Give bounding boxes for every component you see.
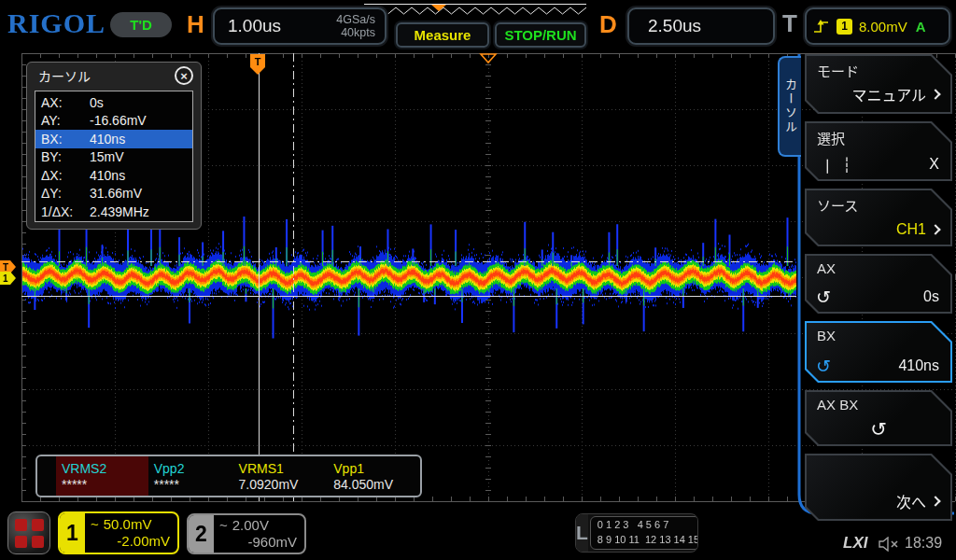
menu-tab-cursor[interactable]: カーソル xyxy=(778,56,801,157)
trigger-box[interactable]: 1 8.00mV A xyxy=(805,7,950,45)
la-badge: L xyxy=(576,514,588,552)
ch1-scale: 50.0mV xyxy=(104,516,152,533)
ch2-offset: -960mV xyxy=(219,534,297,551)
swap-icon: ↺ xyxy=(805,418,952,441)
stop-run-button[interactable]: STOP/RUN xyxy=(495,22,586,48)
sample-rate: 4GSa/s xyxy=(336,13,375,26)
delay-value: 2.50us xyxy=(629,16,701,36)
menu-item-mode[interactable]: モード マニュアル xyxy=(805,54,952,114)
la-channels-row1: 0 1 2 3 4 5 6 7 xyxy=(598,518,698,533)
close-icon[interactable]: × xyxy=(175,66,193,85)
cursor-row-dx[interactable]: ΔX:410ns xyxy=(35,166,192,185)
chevron-right-icon xyxy=(930,496,940,506)
lxi-indicator: LXI xyxy=(843,534,867,553)
trigger-level-value: 8.00mV xyxy=(859,19,907,35)
cursor-row-dy[interactable]: ΔY:31.66mV xyxy=(35,185,192,203)
delay-label: D xyxy=(599,10,617,39)
menu-item-ax-bx[interactable]: AX BX ↺ xyxy=(805,390,952,446)
menu-item-ax[interactable]: AX ↺ 0s xyxy=(805,254,952,314)
chevron-right-icon xyxy=(930,89,940,99)
measure-button[interactable]: Measure xyxy=(396,22,489,48)
chevron-right-icon xyxy=(930,224,940,234)
measurement-panel: VRMS2 ***** Vpp2 ***** VRMS1 7.0920mV Vp… xyxy=(35,455,422,497)
coupling-icon: ~ xyxy=(219,517,228,534)
clock: 18:39 xyxy=(905,535,942,552)
mute-speaker-icon[interactable] xyxy=(879,537,901,552)
knob-icon: ↺ xyxy=(816,287,831,308)
memory-depth: 40kpts xyxy=(336,26,375,39)
menu-item-bx[interactable]: BX ↺ 410ns xyxy=(805,321,952,383)
coupling-icon: ~ xyxy=(91,516,99,533)
delay-box[interactable]: 2.50us xyxy=(627,7,775,45)
measurement-vpp1[interactable]: Vpp1 84.050mV xyxy=(328,456,420,496)
measurement-vrms2[interactable]: VRMS2 ***** xyxy=(56,456,148,496)
oscilloscope-screen: RIGOL T'D H 1.00us 4GSa/s 40kpts Measure… xyxy=(0,0,956,560)
cursor-ab-icon: ❘┆ xyxy=(822,157,861,174)
la-channels-row2: 8 9 10 11 12 13 14 15 xyxy=(598,533,698,548)
cursor-row-by[interactable]: BY:15mV xyxy=(35,148,192,167)
menu-item-source[interactable]: ソース CH1 xyxy=(805,189,952,246)
cursor-row-ay[interactable]: AY:-16.66mV xyxy=(35,112,192,131)
cursor-window-title: カーソル xyxy=(38,66,91,85)
cursor-row-ax[interactable]: AX:0s xyxy=(35,93,192,112)
cursor-window: カーソル × AX:0s AY:-16.66mV BX:410ns BY:15m… xyxy=(26,62,202,230)
measurement-vpp2[interactable]: Vpp2 ***** xyxy=(148,456,233,496)
channel2-status[interactable]: 2 ~2.00V -960mV xyxy=(187,513,306,554)
channel1-badge: 1 xyxy=(60,513,85,553)
horizontal-label: H xyxy=(187,10,204,39)
trigger-slope-icon xyxy=(812,18,830,35)
trigger-status-badge: T'D xyxy=(110,12,172,37)
menu-item-next-page[interactable]: 次へ xyxy=(805,454,952,521)
ch2-scale: 2.00V xyxy=(232,517,269,534)
trigger-channel-badge: 1 xyxy=(836,19,852,35)
timebase-value: 1.00us xyxy=(215,16,336,36)
rigol-logo: RIGOL xyxy=(7,7,105,39)
knob-icon: ↺ xyxy=(816,356,831,377)
cursor-row-bx[interactable]: BX:410ns xyxy=(35,130,192,148)
timebase-box[interactable]: 1.00us 4GSa/s 40kpts xyxy=(213,7,387,45)
channel1-status[interactable]: 1 ~50.0mV -2.00mV xyxy=(58,511,179,554)
trigger-label: T xyxy=(782,9,797,38)
ch1-offset: -2.00mV xyxy=(91,533,170,550)
channel2-badge: 2 xyxy=(189,515,214,553)
measurement-vrms1[interactable]: VRMS1 7.0920mV xyxy=(233,456,329,496)
trigger-sweep-mode: A xyxy=(916,19,926,35)
menu-item-select[interactable]: 選択 ❘┆ X xyxy=(805,121,952,181)
logic-analyzer-status[interactable]: L 0 1 2 3 4 5 6 7 8 9 10 11 12 13 14 15 xyxy=(575,513,698,553)
cursor-row-inv-dx[interactable]: 1/ΔX:2.439MHz xyxy=(35,203,192,221)
main-menu-button[interactable] xyxy=(7,511,50,554)
